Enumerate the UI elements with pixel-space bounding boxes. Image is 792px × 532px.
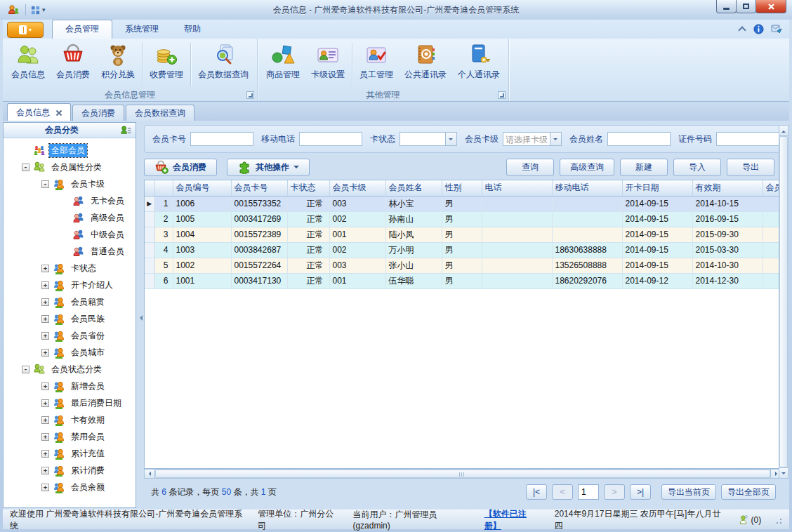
- table-row[interactable]: 410030003842687正常002万小明男186306388882014-…: [145, 242, 781, 258]
- sidebar-item-disabled-members[interactable]: +禁用会员: [4, 428, 136, 445]
- cell-phone[interactable]: [482, 227, 552, 242]
- sidebar-item-card-validity[interactable]: +卡有效期: [4, 411, 136, 428]
- cell-card-no[interactable]: 0015572264: [231, 258, 287, 273]
- registered-link[interactable]: 【软件已注册】: [484, 508, 542, 532]
- cell-member-name[interactable]: 陆小凤: [385, 227, 442, 242]
- cell-gender[interactable]: 男: [442, 227, 482, 242]
- cell-card-no[interactable]: 0015573352: [231, 196, 287, 211]
- column-header-card-level[interactable]: 会员卡级: [329, 180, 385, 196]
- tree-expander-icon[interactable]: +: [41, 383, 49, 390]
- cell-member-name[interactable]: 万小明: [385, 242, 442, 258]
- cell-card-level[interactable]: 002: [329, 211, 385, 227]
- ribbon-button-public-contacts[interactable]: 公共通讯录: [399, 40, 452, 89]
- cell-open-date[interactable]: 2014-09-15: [622, 258, 692, 273]
- cell-card-status[interactable]: 正常: [287, 242, 329, 258]
- cell-valid-until[interactable]: 2015-09-30: [692, 227, 763, 242]
- tree-expander-icon[interactable]: +: [41, 298, 49, 306]
- chevron-down-icon[interactable]: [550, 133, 561, 145]
- column-header-phone[interactable]: 电话: [482, 180, 552, 196]
- table-row[interactable]: 510020015572264正常003张小山男135265088882014-…: [145, 258, 781, 273]
- doc-tab-member-data-query[interactable]: 会员数据查询: [126, 105, 194, 121]
- sidebar-item-member-province[interactable]: +会员省份: [4, 327, 136, 344]
- cell-phone[interactable]: [482, 242, 552, 258]
- ribbon-button-product-management[interactable]: 商品管理: [260, 40, 305, 89]
- cell-member-id[interactable]: 1003: [173, 242, 231, 258]
- cell-valid-until[interactable]: 2014-10-30: [692, 258, 763, 273]
- cell-card-no[interactable]: 0003417269: [231, 211, 287, 227]
- ribbon-button-fee-management[interactable]: 收费管理: [144, 40, 189, 89]
- tree-expander-icon[interactable]: -: [22, 366, 29, 373]
- cell-open-date[interactable]: 2014-09-15: [622, 211, 692, 227]
- filter-input-member-card-no[interactable]: [190, 132, 253, 146]
- message-count[interactable]: (0): [738, 514, 762, 525]
- cell-card-no[interactable]: 0003842687: [231, 242, 287, 258]
- cell-mobile[interactable]: [552, 227, 622, 242]
- page-number-input[interactable]: [578, 484, 599, 500]
- cell-valid-until[interactable]: 2014-12-30: [692, 273, 763, 288]
- last-page-button[interactable]: >|: [630, 484, 651, 500]
- filter-input-id-number[interactable]: [716, 132, 779, 146]
- sidebar-item-member-attribute-category[interactable]: -会员属性分类: [4, 159, 136, 175]
- ribbon-button-card-level-settings[interactable]: 卡级设置: [305, 40, 350, 89]
- action-button-new[interactable]: 新建: [620, 159, 668, 176]
- feedback-mail-icon[interactable]: [771, 23, 782, 34]
- cell-mobile[interactable]: 13526508888: [552, 258, 622, 273]
- close-button[interactable]: [755, 0, 786, 13]
- cell-member-name[interactable]: 林小宝: [385, 196, 442, 211]
- app-icon[interactable]: [7, 4, 20, 16]
- column-header-member-name[interactable]: 会员姓名: [385, 180, 442, 196]
- dialog-launcher-icon[interactable]: [246, 91, 254, 99]
- ribbon-button-member-data-query[interactable]: 会员数据查询: [192, 40, 254, 89]
- application-menu-button[interactable]: ▾: [7, 22, 44, 38]
- ribbon-tab-member-management[interactable]: 会员管理: [52, 20, 112, 39]
- doc-tab-member-consume[interactable]: 会员消费: [72, 105, 124, 121]
- cell-valid-until[interactable]: 2016-09-15: [692, 211, 763, 227]
- tree-expander-icon[interactable]: +: [41, 484, 49, 491]
- sidebar-item-card-introducer[interactable]: +开卡介绍人: [4, 277, 136, 293]
- sidebar-item-member-balance[interactable]: +会员余额: [4, 479, 136, 496]
- tree-expander-icon[interactable]: -: [41, 180, 49, 188]
- ribbon-tab-system-management[interactable]: 系统管理: [112, 20, 171, 39]
- vertical-scrollbar[interactable]: [779, 125, 788, 479]
- sidebar-item-no-card-member[interactable]: 无卡会员: [4, 192, 136, 209]
- collapse-ribbon-icon[interactable]: [738, 27, 746, 32]
- scroll-up-icon[interactable]: [779, 126, 788, 136]
- action-button-member-consume[interactable]: 会员消费: [144, 159, 217, 176]
- quick-access-icon[interactable]: ▾: [30, 5, 46, 15]
- column-header-mobile[interactable]: 移动电话: [552, 180, 622, 196]
- cell-valid-until[interactable]: 2014-10-15: [692, 196, 763, 211]
- column-header-gender[interactable]: 性别: [442, 180, 482, 196]
- sidebar-item-last-consume-date[interactable]: +最后消费日期: [4, 394, 136, 411]
- cell-card-level[interactable]: 002: [329, 242, 385, 258]
- cell-card-level[interactable]: 001: [329, 273, 385, 288]
- action-button-import[interactable]: 导入: [673, 159, 721, 176]
- filter-select-member-card-level[interactable]: 请选择卡级: [503, 132, 562, 146]
- cell-member-name[interactable]: 孙南山: [385, 211, 442, 227]
- table-row[interactable]: 210050003417269正常002孙南山男2014-09-152016-0…: [145, 211, 781, 227]
- table-row[interactable]: 310040015572389正常001陆小凤男2014-09-152015-0…: [145, 227, 781, 242]
- sidebar-item-member-status-category[interactable]: -会员状态分类: [4, 361, 136, 378]
- cell-member-name[interactable]: 张小山: [385, 258, 442, 273]
- prev-page-button[interactable]: <: [552, 484, 573, 500]
- tree-expander-icon[interactable]: +: [41, 332, 49, 340]
- tree-expander-icon[interactable]: +: [41, 349, 49, 357]
- table-row[interactable]: ▶110060015573352正常003林小宝男2014-09-152014-…: [145, 196, 781, 211]
- sidebar-item-member-birthplace[interactable]: +会员籍贯: [4, 293, 136, 310]
- cell-card-no[interactable]: 0015572389: [231, 227, 287, 242]
- table-row[interactable]: 610010003417130正常001伍华聪男186202920762014-…: [145, 273, 781, 288]
- sidebar-item-card-status[interactable]: +卡状态: [4, 260, 136, 277]
- cell-open-date[interactable]: 2014-09-15: [622, 242, 692, 258]
- sidebar-splitter[interactable]: [136, 122, 143, 508]
- column-header-card-no[interactable]: 会员卡号: [231, 180, 287, 196]
- sidebar-item-member-card-level[interactable]: -会员卡级: [4, 175, 136, 192]
- horizontal-scrollbar[interactable]: [144, 469, 781, 479]
- tree-expander-icon[interactable]: +: [41, 281, 49, 289]
- cell-card-level[interactable]: 001: [329, 227, 385, 242]
- tree-expander-icon[interactable]: +: [41, 433, 49, 441]
- category-manage-icon[interactable]: [120, 124, 132, 136]
- tree-expander-icon[interactable]: +: [41, 416, 49, 424]
- doc-tab-member-info[interactable]: 会员信息: [7, 103, 71, 121]
- cell-mobile[interactable]: [552, 211, 622, 227]
- ribbon-button-member-consume[interactable]: 会员消费: [51, 40, 95, 89]
- sidebar-item-member-city[interactable]: +会员城市: [4, 344, 136, 361]
